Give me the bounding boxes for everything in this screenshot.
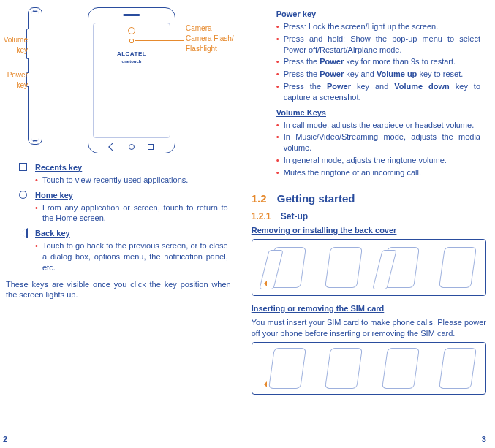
volume-item: In call mode, adjusts the earpiece or he… [276,120,480,131]
volume-item: In Music/Video/Streaming mode, adjusts t… [276,132,480,153]
power-item: Press the Power key and Volume down key … [276,81,480,103]
sim-illustration [252,342,486,395]
section-heading: 1.2 Getting started [252,191,486,206]
page-number-left: 2 [3,434,7,445]
back-cover-illustration [252,239,486,296]
subsection-heading: 1.2.1 Set-up [252,210,486,222]
heading-back-cover: Removing or installing the back cover [252,225,486,236]
power-item: Press the Power key and Volume up key to… [276,69,480,80]
label-flash: Camera Flash/ Flashlight [186,34,244,53]
back-key-item: Touch to go back to the previous screen,… [35,240,228,273]
brand-top: ALCATEL [117,50,146,57]
nav-recents-icon [148,144,154,150]
power-item: Press and hold: Show the pop-up menu to … [276,34,480,56]
label-volume-key: Volume key [1,35,28,55]
phone-front-view: ALCATEL onetouch [88,7,175,153]
keys-note: These keys are visible once you click th… [6,279,231,301]
phone-illustration: ALCATEL onetouch Volume key Power key Ca… [3,6,234,159]
back-icon [19,229,26,238]
power-key-title: Power key [276,9,480,20]
subsection-title: Set-up [281,211,308,221]
power-item: Press: Lock the screen/Light up the scre… [276,21,480,32]
section-title: Getting started [277,192,355,205]
section-number: 1.2 [252,192,267,205]
home-icon [19,191,27,199]
recents-key-title: Recents key [35,162,228,173]
label-camera: Camera [186,23,237,34]
volume-item: In general mode, adjusts the ringtone vo… [276,155,480,166]
flash-illus [129,39,134,43]
nav-home-icon [129,144,135,150]
phone-side-view [28,7,42,145]
recents-icon [19,163,27,171]
home-key-title: Home key [35,190,228,201]
back-key-title: Back key [35,228,228,239]
nav-back-icon [108,143,116,151]
brand-sub: onetouch [88,58,175,64]
page-number-right: 3 [482,434,486,445]
heading-sim: Inserting or removing the SIM card [252,303,486,314]
recents-key-item: Touch to view recently used applications… [35,175,228,186]
home-key-item: From any application or screen, touch to… [35,202,228,224]
power-item: Press the Power key for more than 9s to … [276,56,480,67]
label-power-key: Power key [3,70,28,90]
volume-item: Mutes the ringtone of an incoming call. [276,167,480,178]
camera-lens-illus [128,27,135,34]
sim-paragraph: You must insert your SIM card to make ph… [252,317,486,339]
volume-keys-title: Volume Keys [276,107,480,118]
subsection-number: 1.2.1 [252,211,271,221]
